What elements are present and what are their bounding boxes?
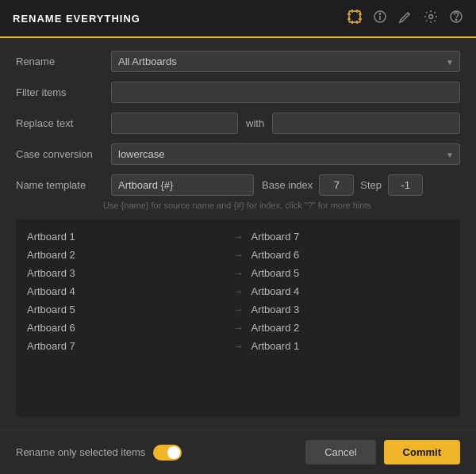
preview-to: Artboard 2 bbox=[251, 322, 450, 334]
with-label: with bbox=[246, 117, 264, 129]
header-icons bbox=[347, 10, 463, 27]
help-icon[interactable] bbox=[449, 10, 463, 27]
hint-text: Use {name} for source name and {#} for i… bbox=[103, 201, 460, 210]
preview-arrow: → bbox=[233, 249, 244, 261]
preview-from: Artboard 1 bbox=[27, 231, 225, 243]
preview-item: Artboard 7 → Artboard 1 bbox=[27, 337, 449, 355]
preview-item: Artboard 5 → Artboard 3 bbox=[27, 300, 449, 319]
step-label: Step bbox=[360, 179, 382, 191]
rename-everything-dialog: RENAME EVERYTHING bbox=[0, 0, 476, 474]
filter-row: Filter items bbox=[16, 82, 460, 103]
preview-to: Artboard 5 bbox=[251, 267, 450, 279]
dialog-title: RENAME EVERYTHING bbox=[13, 13, 140, 25]
step-input[interactable] bbox=[388, 174, 423, 196]
preview-to: Artboard 4 bbox=[251, 285, 450, 297]
template-extras: Base index Step bbox=[262, 174, 460, 196]
svg-point-11 bbox=[379, 13, 380, 14]
preview-from: Artboard 7 bbox=[27, 340, 225, 352]
replace-row: Replace text with bbox=[16, 113, 460, 134]
name-template-input[interactable] bbox=[111, 174, 254, 196]
artboard-icon[interactable] bbox=[347, 10, 362, 27]
preview-item: Artboard 4 → Artboard 4 bbox=[27, 282, 449, 300]
preview-item: Artboard 6 → Artboard 2 bbox=[27, 319, 449, 337]
settings-icon[interactable] bbox=[424, 10, 438, 27]
name-template-row: Name template Base index Step bbox=[16, 174, 460, 196]
preview-item: Artboard 2 → Artboard 6 bbox=[27, 246, 449, 264]
filter-label: Filter items bbox=[16, 86, 103, 98]
toggle-label: Rename only selected items bbox=[16, 446, 145, 458]
preview-arrow: → bbox=[233, 231, 244, 243]
preview-to: Artboard 7 bbox=[251, 231, 450, 243]
preview-from: Artboard 4 bbox=[27, 285, 225, 297]
preview-arrow: → bbox=[233, 285, 244, 297]
svg-point-12 bbox=[429, 15, 433, 19]
preview-item: Artboard 3 → Artboard 5 bbox=[27, 264, 449, 282]
case-select-wrapper: none lowercase UPPERCASE Title Case ▼ bbox=[111, 143, 460, 165]
preview-item: Artboard 1 → Artboard 7 bbox=[27, 227, 449, 246]
case-select[interactable]: none lowercase UPPERCASE Title Case bbox=[111, 143, 460, 165]
filter-input[interactable] bbox=[111, 82, 460, 103]
replace-from-input[interactable] bbox=[111, 113, 238, 134]
footer-buttons: Cancel Commit bbox=[305, 440, 460, 464]
cancel-button[interactable]: Cancel bbox=[305, 440, 375, 464]
edit-icon[interactable] bbox=[398, 10, 413, 27]
preview-list: Artboard 1 → Artboard 7 Artboard 2 → Art… bbox=[16, 220, 460, 417]
rename-select[interactable]: All Artboards Selected Artboards All Lay… bbox=[111, 51, 460, 72]
rename-selected-toggle[interactable] bbox=[153, 445, 182, 461]
commit-button[interactable]: Commit bbox=[384, 440, 460, 464]
dialog-footer: Rename only selected items Cancel Commit bbox=[0, 430, 476, 474]
preview-to: Artboard 6 bbox=[251, 249, 450, 261]
preview-from: Artboard 3 bbox=[27, 267, 225, 279]
preview-arrow: → bbox=[233, 304, 244, 315]
dialog-content: Rename All Artboards Selected Artboards … bbox=[0, 38, 476, 430]
info-icon[interactable] bbox=[373, 10, 387, 27]
base-index-input[interactable] bbox=[319, 174, 354, 196]
rename-select-wrapper: All Artboards Selected Artboards All Lay… bbox=[111, 51, 460, 72]
replace-label: Replace text bbox=[16, 117, 103, 129]
case-row: Case conversion none lowercase UPPERCASE… bbox=[16, 143, 460, 165]
rename-label: Rename bbox=[16, 55, 103, 67]
preview-to: Artboard 1 bbox=[251, 340, 450, 352]
replace-to-input[interactable] bbox=[272, 113, 460, 134]
toggle-knob bbox=[167, 446, 180, 459]
preview-from: Artboard 5 bbox=[27, 304, 225, 315]
svg-rect-0 bbox=[349, 11, 360, 22]
svg-point-14 bbox=[455, 19, 456, 20]
name-template-label: Name template bbox=[16, 179, 103, 191]
preview-from: Artboard 6 bbox=[27, 322, 225, 334]
preview-to: Artboard 3 bbox=[251, 304, 450, 315]
preview-arrow: → bbox=[233, 322, 244, 334]
case-label: Case conversion bbox=[16, 148, 103, 160]
footer-left: Rename only selected items bbox=[16, 445, 182, 461]
preview-from: Artboard 2 bbox=[27, 249, 225, 261]
preview-arrow: → bbox=[233, 267, 244, 279]
preview-arrow: → bbox=[233, 340, 244, 352]
rename-row: Rename All Artboards Selected Artboards … bbox=[16, 51, 460, 72]
dialog-header: RENAME EVERYTHING bbox=[0, 0, 476, 38]
base-index-label: Base index bbox=[262, 179, 313, 191]
